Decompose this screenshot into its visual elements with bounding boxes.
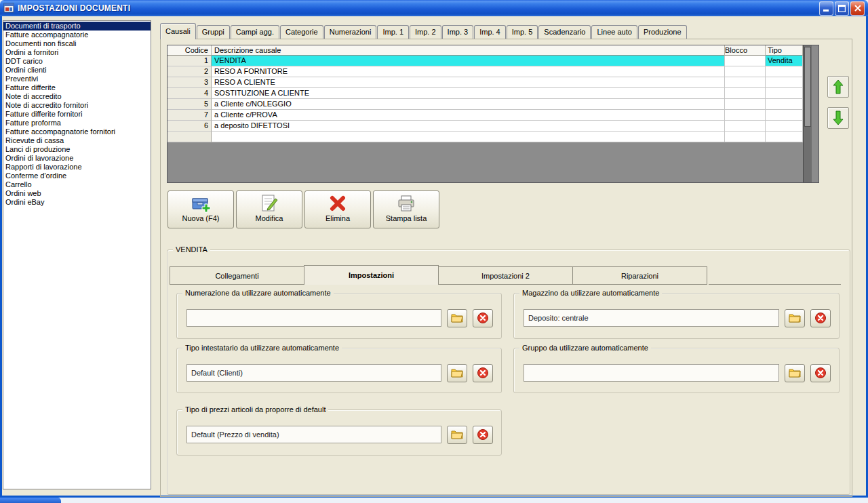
sidebar-item[interactable]: Documenti non fiscali bbox=[3, 39, 151, 48]
tab-collegamenti[interactable]: Collegamenti bbox=[170, 266, 304, 285]
clear-icon bbox=[814, 367, 827, 379]
sidebar-item[interactable]: Fatture differite bbox=[3, 83, 151, 92]
tab-gruppi[interactable]: Gruppi bbox=[197, 25, 230, 39]
intestatario-field[interactable] bbox=[186, 364, 441, 382]
grid-row[interactable]: 1 VENDITA Vendita bbox=[167, 56, 803, 66]
move-down-button[interactable] bbox=[827, 107, 849, 129]
grid-cell-tipo bbox=[766, 132, 803, 142]
tab-impostazioni-2[interactable]: Impostazioni 2 bbox=[438, 266, 573, 285]
sidebar-item[interactable]: Ordini eBay bbox=[3, 198, 151, 207]
sidebar-item[interactable]: Fatture proforma bbox=[3, 119, 151, 127]
minimize-button[interactable] bbox=[819, 1, 833, 16]
sidebar-item[interactable]: Ordini web bbox=[3, 189, 151, 198]
grid-row[interactable]: 2 RESO A FORNITORE bbox=[167, 66, 803, 77]
numerazione-clear-button[interactable] bbox=[473, 309, 493, 327]
numerazione-browse-button[interactable] bbox=[447, 309, 467, 327]
sidebar-item[interactable]: Ordini di lavorazione bbox=[3, 154, 151, 163]
sidebar-item[interactable]: Carrello bbox=[3, 180, 151, 189]
clear-icon bbox=[477, 428, 489, 441]
grid-header-blocco[interactable]: Blocco bbox=[725, 45, 766, 56]
taskbar[interactable] bbox=[0, 498, 868, 503]
maximize-button[interactable] bbox=[835, 1, 849, 16]
grid-cell-tipo bbox=[766, 66, 803, 77]
sidebar-item[interactable]: Ordini clienti bbox=[3, 66, 151, 75]
minimize-icon bbox=[823, 5, 830, 12]
print-button-label: Stampa lista bbox=[386, 214, 427, 222]
tab-scadenzario[interactable]: Scadenzario bbox=[538, 25, 591, 39]
gruppo-clear-button[interactable] bbox=[810, 364, 831, 382]
tab-imp-3[interactable]: Imp. 3 bbox=[442, 25, 474, 39]
move-up-button[interactable] bbox=[827, 76, 849, 98]
inner-tab-baseline bbox=[709, 284, 841, 285]
tab-categorie[interactable]: Categorie bbox=[280, 25, 323, 39]
sidebar-item[interactable]: Note di accredito fornitori bbox=[3, 101, 151, 110]
sidebar-item[interactable]: Ricevute di cassa bbox=[3, 136, 151, 145]
taskbar-start-fragment[interactable] bbox=[0, 498, 61, 503]
tab-imp-2[interactable]: Imp. 2 bbox=[410, 25, 441, 39]
intestatario-clear-button[interactable] bbox=[473, 364, 493, 382]
magazzino-clear-button[interactable] bbox=[810, 309, 831, 327]
sidebar-item[interactable]: DDT carico bbox=[3, 57, 151, 66]
grid-cell-descrizione: RESO A CLIENTE bbox=[212, 77, 725, 88]
grid-header-tipo[interactable]: Tipo bbox=[766, 45, 803, 56]
tab-riparazioni[interactable]: Riparazioni bbox=[572, 266, 707, 285]
sidebar-item[interactable]: Ordini a fornitori bbox=[3, 48, 151, 57]
new-button-label: Nuova (F4) bbox=[182, 214, 219, 222]
sidebar-item[interactable]: Lanci di produzione bbox=[3, 145, 151, 154]
grid-header-codice[interactable]: Codice bbox=[167, 45, 212, 56]
grid-scrollbar[interactable] bbox=[803, 45, 812, 182]
clear-icon bbox=[477, 367, 489, 379]
new-button[interactable]: Nuova (F4) bbox=[167, 190, 234, 228]
magazzino-browse-button[interactable] bbox=[785, 309, 805, 327]
tab-imp-4[interactable]: Imp. 4 bbox=[474, 25, 506, 39]
magazzino-field[interactable] bbox=[524, 309, 779, 327]
tab-campi-agg[interactable]: Campi agg. bbox=[231, 25, 279, 39]
causali-grid: Codice Descrizione causale Blocco Tipo 1… bbox=[167, 45, 819, 183]
tab-numerazioni[interactable]: Numerazioni bbox=[324, 25, 377, 39]
sidebar-item[interactable]: Fatture accompagnatorie fornitori bbox=[3, 127, 151, 136]
grid-header-row: Codice Descrizione causale Blocco Tipo bbox=[167, 45, 803, 56]
grid-row-empty[interactable] bbox=[167, 132, 803, 142]
tab-imp-5[interactable]: Imp. 5 bbox=[507, 25, 538, 39]
grid-row[interactable]: 3 RESO A CLIENTE bbox=[167, 77, 803, 88]
grid-row[interactable]: 5 a Cliente c/NOLEGGIO bbox=[167, 99, 803, 110]
sidebar-item[interactable]: Rapporti di lavorazione bbox=[3, 163, 151, 172]
sidebar-item[interactable]: Documenti di trasporto bbox=[3, 22, 151, 31]
tab-impostazioni[interactable]: Impostazioni bbox=[304, 265, 439, 285]
edit-button[interactable]: Modifica bbox=[236, 190, 302, 228]
sidebar-item[interactable]: Note di accredito bbox=[3, 92, 151, 101]
close-button[interactable] bbox=[850, 1, 865, 16]
print-button[interactable]: Stampa lista bbox=[373, 190, 439, 228]
sidebar-item[interactable]: Fatture differite fornitori bbox=[3, 110, 151, 119]
tab-causali[interactable]: Causali bbox=[160, 23, 196, 39]
folder-icon bbox=[451, 429, 463, 440]
window-titlebar[interactable]: IMPOSTAZIONI DOCUMENTI bbox=[0, 0, 868, 16]
numerazione-field[interactable] bbox=[186, 309, 441, 327]
gruppo-field[interactable] bbox=[524, 364, 779, 382]
prezzi-field[interactable] bbox=[186, 426, 441, 443]
intestatario-browse-button[interactable] bbox=[447, 364, 467, 382]
sidebar-item[interactable]: Fatture accompagnatorie bbox=[3, 31, 151, 39]
prezzi-browse-button[interactable] bbox=[447, 426, 467, 444]
delete-button[interactable]: Elimina bbox=[304, 190, 371, 228]
grid-cell-codice bbox=[167, 132, 212, 142]
grid-row[interactable]: 4 SOSTITUZIONE A CLIENTE bbox=[167, 88, 803, 99]
grid-row[interactable]: 6 a deposito DIFETTOSI bbox=[167, 121, 803, 132]
grid-scrollbar-thumb[interactable] bbox=[804, 47, 811, 127]
app-icon bbox=[3, 3, 14, 14]
print-icon bbox=[396, 193, 416, 214]
tab-linee-auto[interactable]: Linee auto bbox=[591, 25, 637, 39]
gruppo-browse-button[interactable] bbox=[785, 364, 805, 382]
gruppo-label: Gruppo da utilizzare automaticamente bbox=[519, 344, 651, 353]
clear-icon bbox=[477, 312, 489, 324]
grid-header-descrizione[interactable]: Descrizione causale bbox=[212, 45, 725, 56]
sidebar-item[interactable]: Preventivi bbox=[3, 75, 151, 83]
intestatario-label: Tipo intestatario da utilizzare automati… bbox=[182, 344, 342, 353]
grid-cell-descrizione: a Cliente c/NOLEGGIO bbox=[212, 99, 725, 110]
tab-imp-1[interactable]: Imp. 1 bbox=[377, 25, 409, 39]
prezzi-clear-button[interactable] bbox=[473, 426, 493, 444]
sidebar-item[interactable]: Conferme d'ordine bbox=[3, 172, 151, 180]
grid-row[interactable]: 7 a Cliente c/PROVA bbox=[167, 110, 803, 121]
tab-produzione[interactable]: Produzione bbox=[638, 25, 687, 39]
document-types-list: Documenti di trasporto Fatture accompagn… bbox=[3, 20, 151, 489]
